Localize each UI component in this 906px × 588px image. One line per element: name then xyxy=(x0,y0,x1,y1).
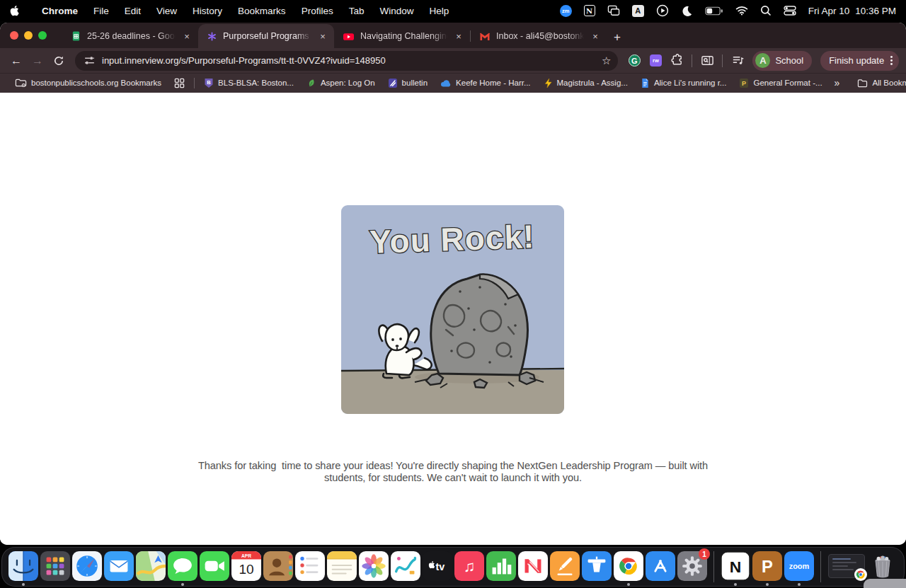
menu-help[interactable]: Help xyxy=(421,6,457,16)
all-bookmarks-button[interactable]: All Bookmarks xyxy=(851,79,906,88)
zoom-app-status[interactable]: zm xyxy=(560,4,572,18)
dock-facetime[interactable] xyxy=(200,551,229,581)
tab-title: Navigating Challenging Conv xyxy=(360,31,447,41)
dock-pages[interactable] xyxy=(550,551,580,581)
menu-edit[interactable]: Edit xyxy=(117,6,149,16)
extensions-button[interactable] xyxy=(667,52,686,69)
readwrite-extension-button[interactable]: rw xyxy=(646,52,665,69)
search-tabs-panel-button[interactable] xyxy=(698,52,716,69)
profile-chip[interactable]: A School xyxy=(752,51,812,71)
menu-chrome[interactable]: Chrome xyxy=(34,6,86,16)
dock-system-settings[interactable]: 1 xyxy=(677,551,707,581)
menu-file[interactable]: File xyxy=(86,6,117,16)
dock-notes[interactable] xyxy=(327,551,357,581)
grammarly-extension-button[interactable]: G xyxy=(625,52,643,69)
bookmark-star-button[interactable]: ☆ xyxy=(602,54,611,67)
control-center-status[interactable] xyxy=(784,4,796,18)
menu-bookmarks[interactable]: Bookmarks xyxy=(230,6,294,16)
bookmark-general-format[interactable]: PGeneral Format -... xyxy=(733,78,828,88)
hero-title: You Rock! xyxy=(369,218,535,260)
forward-button[interactable]: → xyxy=(28,52,47,70)
dock-chrome[interactable] xyxy=(614,551,643,581)
back-button[interactable]: ← xyxy=(7,52,25,70)
focus-moon-status[interactable] xyxy=(681,4,693,18)
managed-bookmarks-icon xyxy=(15,78,27,88)
dock-trash[interactable] xyxy=(868,551,898,581)
reload-button[interactable] xyxy=(50,52,68,70)
dock-launchpad[interactable] xyxy=(40,551,70,581)
media-controls-button[interactable] xyxy=(728,52,747,69)
apple-menu[interactable] xyxy=(10,5,19,16)
browser-menu-icon[interactable] xyxy=(890,56,893,65)
dock-music[interactable]: ♫ xyxy=(454,551,484,581)
bookmark-aspen-log-on[interactable]: Aspen: Log On xyxy=(300,78,382,88)
close-window-button[interactable] xyxy=(10,31,18,40)
zoom-window-button[interactable] xyxy=(38,31,47,40)
bookmark-magistrula-assig[interactable]: Magistrula - Assig... xyxy=(537,78,634,88)
new-tab-button[interactable]: + xyxy=(614,31,621,43)
dock-minimized-window[interactable] xyxy=(827,551,866,581)
menu-profiles[interactable]: Profiles xyxy=(294,6,341,16)
dock-finder[interactable] xyxy=(8,551,38,581)
dock-tv[interactable]: tv xyxy=(423,551,452,581)
tab-close-button[interactable]: × xyxy=(590,30,601,42)
now-playing-status[interactable] xyxy=(656,4,669,18)
menu-tab[interactable]: Tab xyxy=(341,6,372,16)
dock-app-store[interactable] xyxy=(646,551,675,581)
tab-4[interactable]: Inbox - ali45@bostonk12.org× xyxy=(471,24,607,48)
dock-photos[interactable] xyxy=(359,551,389,581)
screen-mirroring-status[interactable] xyxy=(607,4,620,18)
menu-view[interactable]: View xyxy=(149,6,185,16)
dock-messages[interactable] xyxy=(168,551,197,581)
dock-mail[interactable] xyxy=(104,551,134,581)
address-bar[interactable]: input.innerview.org/s/Purporseful-Progra… xyxy=(75,51,618,71)
dock-keynote[interactable] xyxy=(582,551,612,581)
bookmark-alice-li-s-running-r[interactable]: Alice Li's running r... xyxy=(634,78,733,88)
spotlight-status[interactable] xyxy=(760,4,772,18)
notion-menubar-icon: N xyxy=(584,5,595,16)
dock-safari[interactable] xyxy=(72,551,102,581)
dock-numbers[interactable] xyxy=(486,551,516,581)
reload-icon xyxy=(53,55,64,67)
tab-close-button[interactable]: × xyxy=(317,30,328,42)
readwrite-icon: rw xyxy=(650,54,662,67)
minimize-window-button[interactable] xyxy=(24,31,33,40)
bookmark-bostonpublicschools-org-bookmarks[interactable]: bostonpublicschools.org Bookmarks xyxy=(8,78,168,88)
tab-1[interactable]: 25-26 deadlines - Google Sh× xyxy=(62,24,198,48)
dock-maps[interactable] xyxy=(136,551,166,581)
tab-2[interactable]: Purporseful Programs× xyxy=(198,24,334,48)
url-text[interactable]: input.innerview.org/s/Purporseful-Progra… xyxy=(102,55,602,66)
menu-history[interactable]: History xyxy=(185,6,230,16)
dock-zoom[interactable]: zoom xyxy=(784,551,814,581)
site-settings-icon[interactable] xyxy=(84,54,96,67)
dock-notion[interactable]: N xyxy=(721,551,750,581)
dock-reminders[interactable] xyxy=(295,551,325,581)
bls-crest-icon: B xyxy=(204,78,214,88)
input-source-status[interactable]: A xyxy=(632,4,644,18)
tab-close-button[interactable]: × xyxy=(181,30,193,42)
tab-close-button[interactable]: × xyxy=(453,30,464,42)
you-rock-image: You Rock! xyxy=(341,205,564,414)
bookmark-apps-grid[interactable] xyxy=(168,78,191,88)
keynote-icon xyxy=(582,551,612,581)
dock-packback[interactable]: P xyxy=(752,551,782,581)
dock-news[interactable] xyxy=(518,551,548,581)
bookmark-bls-blsa-boston[interactable]: BBLS-BLSA: Boston... xyxy=(197,78,300,88)
bookmark-keefe-home-harr[interactable]: Keefe Home - Harr... xyxy=(434,79,537,88)
menu-bar-clock[interactable]: Fri Apr 10 10:36 PM xyxy=(808,6,896,16)
bookmark-bulletin[interactable]: bulletin xyxy=(382,78,434,88)
dock-freeform[interactable] xyxy=(391,551,420,581)
wifi-status[interactable] xyxy=(735,4,748,18)
menu-window[interactable]: Window xyxy=(372,6,421,16)
dock-divider xyxy=(713,551,714,582)
bookmarks-overflow-button[interactable]: » xyxy=(829,77,846,88)
focus-moon-icon xyxy=(681,5,693,17)
finish-update-button[interactable]: Finish update xyxy=(820,51,899,71)
dock-calendar[interactable]: APR10 xyxy=(231,551,261,581)
tab-3[interactable]: Navigating Challenging Conv× xyxy=(334,24,470,48)
dock-contacts[interactable] xyxy=(263,551,293,581)
battery-status[interactable] xyxy=(705,4,723,18)
bookmark-label: bulletin xyxy=(402,79,428,87)
page-content: You Rock! Thanks for taking time to shar… xyxy=(0,93,906,545)
notion-status[interactable]: N xyxy=(584,4,595,18)
